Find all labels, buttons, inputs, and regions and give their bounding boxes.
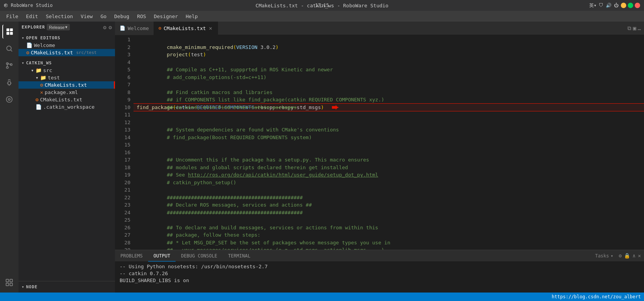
tab-output[interactable]: OUTPUT (148, 250, 176, 262)
menu-selection[interactable]: Selection (43, 12, 76, 20)
toggle-sidebar-icon[interactable]: ▣ (633, 25, 636, 31)
menu-ros[interactable]: ROS (134, 12, 149, 20)
svg-line-5 (11, 50, 12, 52)
status-url: https://blog.csdn.net/zou_albert (552, 294, 641, 299)
menu-view[interactable]: View (78, 12, 96, 20)
node-header[interactable]: ▾ NODE (19, 283, 115, 291)
tab-welcome[interactable]: 📄 Welcome (115, 22, 154, 35)
panel-close-icon[interactable]: ✕ (638, 253, 641, 259)
src-folder-icon: 📁 (35, 67, 42, 73)
menu-debug[interactable]: Debug (111, 12, 132, 20)
code-line-7: ## Find catkin macros and libraries (134, 81, 644, 89)
tab-cmake-close[interactable]: ✕ (208, 25, 213, 31)
menu-bar: File Edit Selection View Go Debug ROS De… (0, 11, 644, 22)
ln-3: 3 (115, 51, 130, 59)
tab-welcome-label: Welcome (128, 25, 149, 31)
ln-24: 24 (115, 209, 130, 217)
tab-debug-console[interactable]: DEBUG CONSOLE (176, 250, 223, 262)
svg-rect-0 (7, 29, 9, 31)
panel-line-2: -- catkin 0.7.26 (120, 270, 639, 277)
svg-rect-1 (10, 29, 13, 31)
split-editor-icon[interactable]: ⧉ (627, 25, 631, 32)
ln-14: 14 (115, 134, 130, 141)
cmake-file-icon: ⚙ (26, 50, 29, 55)
menu-go[interactable]: Go (97, 12, 110, 20)
open-editors-chevron: ▾ (22, 35, 24, 40)
menu-help[interactable]: Help (183, 12, 201, 20)
code-editor[interactable]: cmake_minimum_required(VERSION 3.0.2) pr… (134, 35, 644, 250)
open-editor-cmake-label: CMakeLists.txt (31, 50, 73, 55)
more-actions-icon[interactable]: … (638, 25, 641, 31)
open-editor-welcome-label: Welcome (34, 42, 55, 48)
code-line-9: ## is used, also find other catkin packa… (134, 96, 644, 104)
panel-line-3: BUILD_SHARED_LIBS is on (120, 277, 639, 284)
line-numbers: 1 2 3 4 5 6 7 8 9 10 11 12 13 14 15 16 1… (115, 35, 134, 250)
main-area: EXPLORER Release ▾ ⚙ ⚙ ▾ OPEN EDITORS 📄 (0, 22, 644, 293)
svg-point-16 (8, 99, 10, 101)
code-line-3 (134, 51, 644, 59)
tab-problems[interactable]: PROBLEMS (115, 250, 148, 262)
ln-5: 5 (115, 66, 130, 74)
panel-settings-icon[interactable]: ⚙ (619, 253, 622, 259)
tasks-select[interactable]: Tasks ▾ (592, 253, 616, 259)
tasks-label: Tasks (595, 253, 609, 259)
code-line-25: ## To declare and build messages, servic… (134, 216, 644, 224)
close-button[interactable]: ✕ (635, 3, 640, 8)
editor-area: 📄 Welcome ⚙ CMakeLists.txt ✕ ⧉ ▣ … 1 2 3… (115, 22, 644, 293)
power-icon: ⏻ (614, 3, 619, 8)
open-editor-cmake[interactable]: ⚙ CMakeLists.txt src/test (19, 49, 115, 56)
open-editor-welcome[interactable]: 📄 Welcome (19, 42, 115, 49)
release-button[interactable]: Release ▾ (47, 24, 70, 30)
workspace-icon: 📄 (35, 104, 42, 110)
activity-git[interactable] (2, 59, 16, 72)
svg-point-15 (7, 97, 12, 103)
activity-ros[interactable] (2, 92, 16, 106)
minimize-button[interactable]: ─ (621, 3, 626, 8)
ln-7: 7 (115, 81, 130, 89)
ln-11: 11 (115, 111, 130, 119)
open-editors-section: ▾ OPEN EDITORS 📄 Welcome ⚙ CMakeLists.tx… (19, 33, 115, 58)
src-folder[interactable]: ▾ 📁 src (19, 67, 115, 74)
activity-search[interactable] (2, 42, 16, 55)
code-line-1: cmake_minimum_required(VERSION 3.0.2) (134, 36, 644, 44)
more-settings-icon[interactable]: ⚙ (109, 24, 112, 30)
cmake-file-test[interactable]: ⚙ CMakeLists.txt (19, 96, 115, 103)
catkin-workspace-file[interactable]: 📄 .catkin_workspace (19, 103, 115, 111)
sidebar-header: EXPLORER Release ▾ ⚙ ⚙ (19, 22, 115, 33)
status-bar: https://blog.csdn.net/zou_albert (0, 293, 644, 301)
tab-cmake[interactable]: ⚙ CMakeLists.txt ✕ (154, 22, 218, 35)
svg-rect-11 (8, 82, 11, 85)
panel-lock-icon[interactable]: 🔒 (624, 253, 630, 259)
xml-icon: ✕ (40, 89, 43, 95)
package-xml[interactable]: ✕ package.xml (19, 89, 115, 96)
menu-edit[interactable]: Edit (23, 12, 41, 20)
open-editors-label: OPEN EDITORS (26, 35, 60, 40)
sidebar-actions: ⚙ ⚙ (103, 24, 112, 30)
settings-icon[interactable]: ⚙ (103, 24, 106, 30)
ln-28: 28 (115, 239, 130, 247)
menu-designer[interactable]: Designer (151, 12, 181, 20)
code-line-21: ########################################… (134, 186, 644, 194)
open-editors-header[interactable]: ▾ OPEN EDITORS (19, 34, 115, 42)
panel-content: -- Using Python nosetests: /usr/bin/nose… (115, 262, 644, 293)
tab-terminal[interactable]: TERMINAL (223, 250, 256, 262)
menu-file[interactable]: File (3, 12, 21, 20)
ln-9: 9 (115, 96, 130, 104)
maximize-button[interactable]: □ (628, 3, 633, 8)
test-folder[interactable]: ▾ 📁 test (19, 74, 115, 81)
ln-8: 8 (115, 89, 130, 96)
tab-bar-actions: ⧉ ▣ … (627, 25, 644, 32)
welcome-file-icon: 📄 (26, 42, 32, 48)
activity-extensions[interactable] (2, 276, 16, 289)
activity-explorer[interactable] (2, 25, 16, 39)
activity-debug[interactable] (2, 76, 16, 89)
title-bar: ⬡ RoboWare Studio ≡ 17:15 CMakeLists.txt… (0, 0, 644, 11)
panel-tabs: PROBLEMS OUTPUT DEBUG CONSOLE TERMINAL T… (115, 250, 644, 262)
cmake-file-active[interactable]: ⚙ CMakeLists.txt (19, 81, 115, 89)
ln-29: 29 (115, 246, 130, 250)
catkin-ws-header[interactable]: ▾ CATKIN_WS (19, 59, 115, 67)
panel-chevron-up-icon[interactable]: ∧ (632, 253, 636, 259)
release-label: Release (49, 25, 64, 30)
ln-25: 25 (115, 216, 130, 224)
input-method-icon: 英▾ (589, 2, 597, 9)
